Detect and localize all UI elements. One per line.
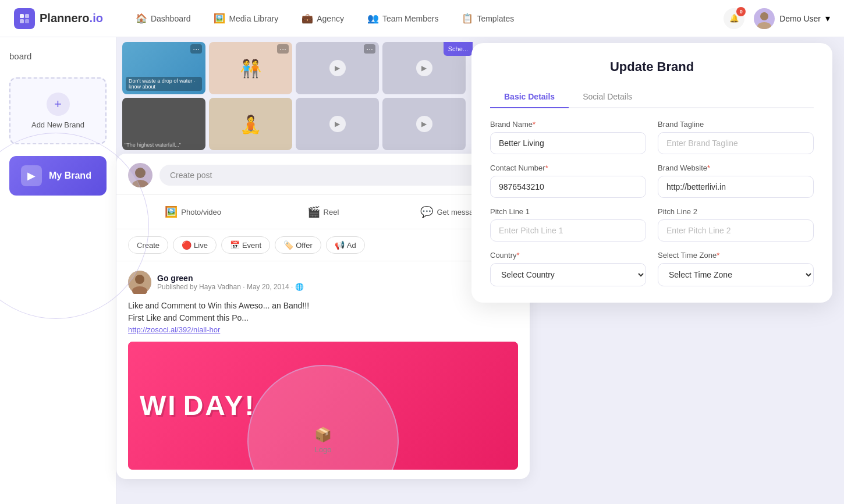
media-item-2[interactable]: 🧑‍🤝‍🧑 ··· (209, 42, 292, 94)
timezone-group: Select Time Zone* Select Time Zone IST P… (658, 251, 814, 286)
fb-user-avatar (128, 163, 153, 187)
add-brand-button[interactable]: + Add New Brand (9, 77, 107, 144)
media-dots-2[interactable]: ··· (277, 44, 289, 54)
media-dots-1[interactable]: ··· (190, 44, 202, 54)
brand-tagline-input[interactable] (658, 132, 814, 154)
media-caption-5: "The highest waterfall..." (122, 98, 205, 150)
svg-rect-2 (20, 19, 24, 23)
play-icon-3[interactable]: ▶ (329, 60, 346, 76)
svg-rect-3 (25, 19, 29, 23)
photo-video-label: Photo/video (181, 208, 221, 216)
user-name: Demo User (779, 14, 821, 23)
reel-label: Reel (324, 208, 339, 216)
country-group: Country* Select Country India United Sta… (490, 251, 646, 286)
media-item-3[interactable]: ▶ ··· (296, 42, 379, 94)
ad-icon: 📢 (335, 240, 345, 250)
my-brand-name: My Brand (49, 171, 91, 181)
tab-basic-details[interactable]: Basic Details (490, 86, 569, 108)
photo-video-action[interactable]: 🖼️ Photo/video (128, 201, 258, 223)
my-brand-card[interactable]: ▶ My Brand (9, 156, 107, 196)
team-members-icon: 👥 (367, 13, 379, 24)
media-dots-3[interactable]: ··· (364, 44, 375, 54)
media-item-7[interactable]: ▶ (296, 98, 379, 150)
post-privacy-icon: 🌐 (295, 283, 304, 291)
media-item-1[interactable]: Don't waste a drop of water · know about… (122, 42, 205, 94)
user-info[interactable]: Demo User ▾ (754, 8, 830, 29)
timezone-select[interactable]: Select Time Zone IST PST (658, 263, 814, 286)
play-icon-8[interactable]: ▶ (416, 116, 432, 132)
country-label: Country* (490, 251, 646, 260)
offer-chip[interactable]: 🏷️ Offer (275, 236, 321, 254)
nav-dashboard[interactable]: 🏠 Dashboard (126, 8, 200, 29)
post-link[interactable]: http://zosoci.al/392/niall-hor (128, 324, 518, 336)
brand-name-input[interactable] (490, 132, 646, 154)
brand-name-label: Brand Name* (490, 120, 646, 129)
brand-name-group: Brand Name* (490, 120, 646, 154)
post-header: Go green Published by Haya Vadhan · May … (128, 271, 518, 294)
add-brand-plus-icon: + (47, 93, 70, 116)
ad-chip[interactable]: 📢 Ad (326, 236, 365, 254)
brand-tagline-label: Brand Tagline (658, 120, 814, 129)
svg-point-4 (760, 12, 768, 20)
agency-label: Agency (317, 14, 344, 23)
team-members-label: Team Members (382, 14, 438, 23)
agency-icon: 💼 (302, 13, 313, 24)
play-icon-4[interactable]: ▶ (416, 60, 432, 76)
media-item-5[interactable]: "The highest waterfall..." (122, 98, 205, 150)
post-image: WI DAY! 📦 Logo (128, 342, 518, 470)
reel-action[interactable]: 🎬 Reel (258, 201, 388, 223)
play-icon-7[interactable]: ▶ (329, 116, 346, 132)
create-label: Create (137, 241, 159, 250)
media-item-6[interactable]: 🧘 (209, 98, 292, 150)
post-author: Published by Haya Vadhan (157, 283, 241, 291)
nav-templates[interactable]: 📋 Templates (452, 8, 523, 29)
pitch-line-2-input[interactable] (658, 219, 814, 242)
live-icon: 🔴 (182, 240, 192, 250)
logo-icon (14, 8, 35, 29)
create-chip[interactable]: Create (128, 236, 168, 254)
logo-placeholder: 📦 Logo (314, 427, 332, 454)
post-name: Go green (157, 274, 503, 283)
messages-icon: 💬 (420, 205, 433, 218)
nav-links: 🏠 Dashboard 🖼️ Media Library 💼 Agency 👥 … (126, 8, 724, 29)
nav-team-members[interactable]: 👥 Team Members (358, 8, 448, 29)
notification-button[interactable]: 🔔 0 (724, 8, 744, 29)
pitch-line-2-label: Pitch Line 2 (658, 207, 814, 216)
templates-icon: 📋 (462, 13, 473, 24)
brand-form: Brand Name* Brand Tagline Contact Number… (490, 120, 814, 286)
create-post-button[interactable]: Create post (159, 165, 518, 186)
offer-icon: 🏷️ (283, 240, 293, 250)
nav-agency[interactable]: 💼 Agency (292, 8, 353, 29)
post-avatar (128, 271, 151, 294)
contact-number-input[interactable] (490, 176, 646, 198)
event-icon: 📅 (230, 240, 240, 250)
brand-website-input[interactable] (658, 176, 814, 198)
pitch-line-1-label: Pitch Line 1 (490, 207, 646, 216)
templates-label: Templates (477, 14, 514, 23)
tab-social-details[interactable]: Social Details (569, 86, 646, 108)
country-select[interactable]: Select Country India United States (490, 263, 646, 286)
dashboard-icon: 🏠 (136, 13, 147, 24)
event-chip[interactable]: 📅 Event (221, 236, 270, 254)
post-text: Like and Comment to Win this Aweso... an… (128, 300, 518, 336)
schedule-button[interactable]: Sche... (444, 42, 473, 56)
svg-rect-1 (25, 14, 29, 18)
nav-media-library[interactable]: 🖼️ Media Library (204, 8, 288, 29)
brand-tabs: Basic Details Social Details (490, 86, 814, 108)
update-brand-title: Update Brand (490, 59, 814, 74)
pitch-line-1-input[interactable] (490, 219, 646, 242)
reel-icon: 🎬 (307, 205, 320, 218)
logo-text: Plannero.io (40, 12, 103, 25)
timezone-label: Select Time Zone* (658, 251, 814, 260)
post-date: May 20, 2014 (247, 283, 289, 291)
contact-number-label: Contact Number* (490, 164, 646, 172)
body-area: board + Add New Brand ▶ My Brand (0, 37, 844, 504)
logo-area[interactable]: Plannero.io (14, 8, 103, 29)
logo-placeholder-label: Logo (315, 445, 332, 454)
sidebar-title: board (9, 47, 107, 70)
media-item-8[interactable]: ▶ (382, 98, 466, 150)
dashboard-label: Dashboard (151, 14, 191, 23)
navbar-right: 🔔 0 Demo User ▾ (724, 8, 830, 29)
offer-label: Offer (296, 241, 313, 250)
live-chip[interactable]: 🔴 Live (173, 236, 217, 254)
